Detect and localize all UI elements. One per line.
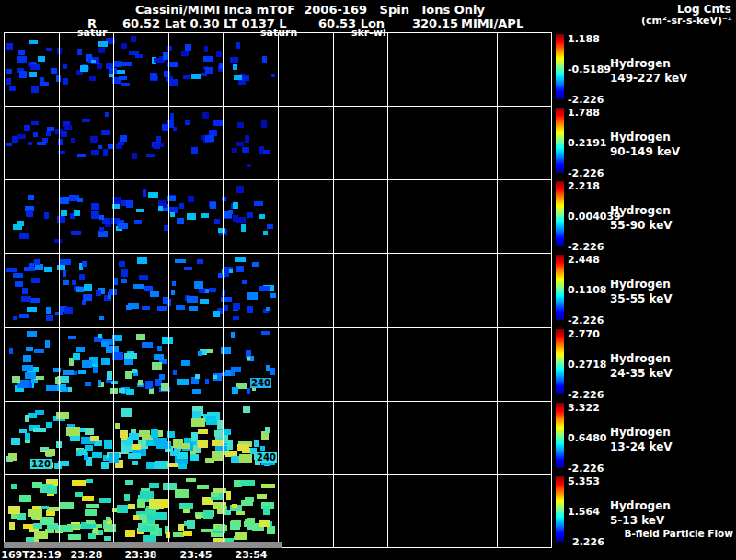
data-cell bbox=[197, 485, 209, 489]
grid-line-v bbox=[113, 32, 114, 548]
data-cell bbox=[191, 147, 198, 154]
data-cell bbox=[143, 526, 155, 531]
data-cell bbox=[157, 346, 162, 351]
data-cell bbox=[121, 433, 127, 440]
data-cell bbox=[9, 522, 15, 530]
time-axis-bar bbox=[4, 542, 282, 548]
data-cell bbox=[11, 438, 20, 445]
data-cell bbox=[85, 382, 91, 386]
data-cell bbox=[209, 288, 216, 292]
data-cell bbox=[205, 67, 213, 74]
data-cell bbox=[98, 231, 108, 237]
data-cell bbox=[235, 257, 246, 262]
colorbar-max-label: 1.188 bbox=[568, 33, 600, 45]
grid-line-v bbox=[497, 32, 498, 548]
data-cell bbox=[184, 267, 192, 270]
data-cell bbox=[231, 332, 235, 338]
data-cell bbox=[30, 298, 40, 303]
data-cell bbox=[125, 480, 133, 485]
data-cell bbox=[136, 334, 145, 340]
data-cell bbox=[89, 76, 96, 81]
data-cell bbox=[185, 44, 191, 51]
data-cell bbox=[119, 76, 127, 80]
data-cell bbox=[252, 262, 259, 267]
panel-species-label: Hydrogen bbox=[610, 278, 671, 291]
data-cell bbox=[24, 125, 30, 131]
data-cell bbox=[139, 430, 150, 437]
data-cell bbox=[98, 41, 108, 47]
data-cell bbox=[25, 433, 30, 440]
data-cell bbox=[21, 296, 31, 302]
data-cell bbox=[44, 267, 52, 272]
data-cell bbox=[40, 77, 44, 82]
data-cell bbox=[233, 202, 238, 209]
data-cell bbox=[31, 278, 40, 283]
data-cell bbox=[8, 453, 17, 461]
data-cell bbox=[77, 198, 83, 202]
spectrogram-grid bbox=[4, 32, 552, 548]
data-cell bbox=[254, 201, 263, 206]
data-cell bbox=[103, 149, 108, 156]
data-cell bbox=[31, 514, 41, 519]
data-cell bbox=[46, 48, 52, 51]
ephemeris-lon-value: 320.15 bbox=[412, 17, 458, 30]
data-cell bbox=[203, 56, 213, 62]
colorbar-mid-label: 0.2718 bbox=[568, 359, 606, 371]
data-cell bbox=[51, 68, 57, 74]
data-cell bbox=[270, 293, 276, 298]
data-cell bbox=[114, 61, 121, 67]
colorbar bbox=[556, 108, 564, 173]
data-cell bbox=[77, 154, 86, 157]
data-cell bbox=[156, 136, 161, 143]
time-tick-label: 23:54 bbox=[235, 549, 267, 560]
data-cell bbox=[172, 281, 176, 286]
data-cell bbox=[179, 503, 193, 509]
data-cell bbox=[61, 210, 67, 216]
data-cell bbox=[201, 529, 213, 532]
data-cell bbox=[187, 213, 196, 220]
data-cell bbox=[173, 370, 177, 375]
colorbar bbox=[556, 255, 564, 320]
data-cell bbox=[267, 224, 273, 229]
data-cell bbox=[91, 150, 99, 155]
data-cell bbox=[124, 353, 137, 359]
data-cell bbox=[13, 224, 22, 230]
data-cell bbox=[41, 506, 49, 509]
data-cell bbox=[71, 138, 75, 143]
data-cell bbox=[219, 63, 224, 69]
panel-species-label: Hydrogen bbox=[610, 499, 671, 512]
data-cell bbox=[247, 292, 258, 300]
colorbar-min-label: -2.226 bbox=[568, 389, 604, 401]
data-cell bbox=[204, 46, 208, 52]
data-cell bbox=[34, 349, 44, 353]
data-cell bbox=[257, 494, 267, 499]
data-cell bbox=[28, 142, 32, 145]
data-cell bbox=[124, 359, 133, 365]
grid-line-h bbox=[4, 106, 552, 107]
panel-band-label: 5-13 keV bbox=[610, 514, 664, 527]
grid-line-h bbox=[4, 474, 552, 475]
data-cell bbox=[99, 316, 104, 320]
data-cell bbox=[46, 307, 51, 314]
data-cell bbox=[77, 49, 82, 55]
data-cell bbox=[79, 274, 85, 280]
longitude-contour-label: 120 bbox=[30, 459, 52, 469]
data-cell bbox=[218, 228, 225, 233]
data-cell bbox=[217, 509, 225, 514]
colorbar-max-label: 5.353 bbox=[568, 475, 600, 487]
data-cell bbox=[167, 46, 172, 51]
data-cell bbox=[78, 449, 87, 455]
data-cell bbox=[121, 43, 127, 49]
data-cell bbox=[108, 524, 116, 532]
data-cell bbox=[237, 122, 244, 128]
data-cell bbox=[153, 143, 160, 149]
data-cell bbox=[176, 305, 185, 310]
data-cell bbox=[230, 57, 238, 63]
data-cell bbox=[104, 440, 112, 449]
data-cell bbox=[216, 51, 222, 57]
data-cell bbox=[33, 428, 46, 432]
data-cell bbox=[101, 341, 109, 347]
data-cell bbox=[179, 203, 184, 209]
data-cell bbox=[105, 112, 109, 117]
colorbar-units-line1: Log Cnts bbox=[677, 3, 731, 16]
